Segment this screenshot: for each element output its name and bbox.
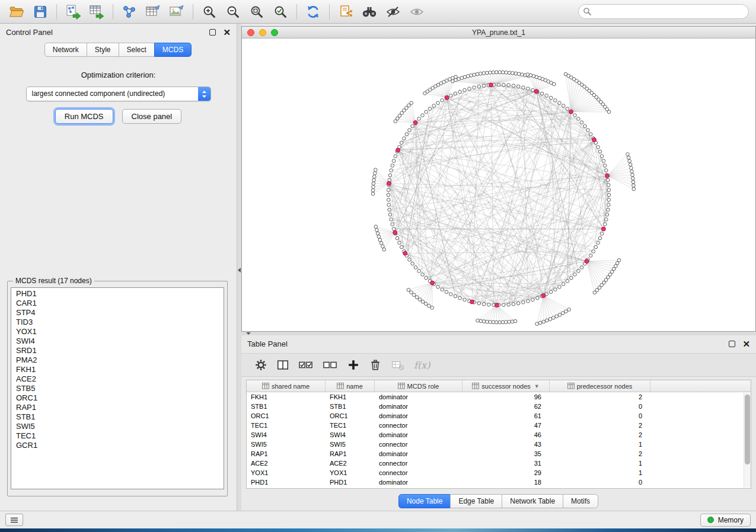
zoom-in-button[interactable] (197, 2, 221, 22)
import-network-button[interactable] (61, 2, 85, 22)
network-search-button[interactable] (358, 2, 381, 22)
mcds-result-item[interactable]: SWI5 (11, 422, 224, 431)
mcds-result-item[interactable]: CAR1 (11, 299, 224, 308)
select-all-icon[interactable] (298, 358, 314, 371)
table-column-icon (567, 383, 575, 389)
table-cell: 2 (550, 421, 650, 430)
float-panel-icon[interactable] (729, 341, 735, 347)
table-row[interactable]: SWI5SWI5connector431 (247, 440, 751, 449)
mcds-result-item[interactable]: SRD1 (11, 346, 224, 355)
search-input[interactable] (578, 4, 749, 19)
refresh-button[interactable] (301, 2, 325, 22)
show-panels-button[interactable] (5, 514, 23, 526)
import-table-button[interactable] (85, 2, 109, 22)
mcds-result-item[interactable]: STP4 (11, 308, 224, 318)
float-panel-icon[interactable] (209, 29, 216, 36)
table-row[interactable]: ACE2ACE2connector311 (247, 459, 751, 468)
table-cell: 0 (550, 477, 650, 487)
zoom-fit-icon (249, 4, 264, 20)
scrollbar-thumb[interactable] (745, 395, 750, 464)
sort-chevron-icon[interactable]: ▼ (534, 383, 540, 389)
table-cell: ACE2 (247, 459, 326, 468)
minimize-window-icon[interactable] (259, 29, 266, 36)
column-header-name[interactable]: name (326, 380, 375, 392)
export-image-button[interactable] (165, 2, 189, 22)
zoom-fit-button[interactable] (245, 2, 269, 22)
close-panel-icon[interactable]: ✕ (223, 29, 231, 36)
tab-motifs[interactable]: Motifs (563, 494, 598, 508)
export-table-button[interactable] (141, 2, 165, 22)
mcds-result-item[interactable]: ACE2 (11, 374, 224, 384)
mcds-result-item[interactable]: STB1 (11, 412, 224, 422)
save-session-button[interactable] (28, 2, 52, 22)
network-canvas[interactable] (242, 39, 755, 331)
mcds-result-item[interactable]: SWI4 (11, 336, 224, 346)
mcds-result-item[interactable]: PHD1 (11, 289, 224, 299)
mcds-result-item[interactable]: FKH1 (11, 365, 224, 374)
table-row[interactable]: TEC1TEC1connector472 (247, 421, 751, 430)
mcds-result-item[interactable]: ORC1 (11, 393, 224, 403)
table-row[interactable]: SWI4SWI4dominator462 (247, 430, 751, 440)
zoom-selected-button[interactable] (269, 2, 292, 22)
column-header-predecessor-nodes[interactable]: predecessor nodes (550, 380, 650, 392)
table-row[interactable]: FKH1FKH1dominator962 (247, 392, 751, 402)
mcds-result-list[interactable]: PHD1CAR1STP4TID3YOX1SWI4SRD1PMA2FKH1ACE2… (11, 287, 224, 489)
table-cell: 2 (550, 392, 650, 402)
mcds-result-item[interactable]: TID3 (11, 318, 224, 327)
column-header-successor-nodes[interactable]: successor nodes ▼ (462, 380, 550, 392)
mcds-result-item[interactable]: GCR1 (11, 441, 224, 450)
mcds-result-item[interactable]: STB5 (11, 384, 224, 393)
tab-edge-table[interactable]: Edge Table (450, 494, 502, 508)
vertical-splitter[interactable] (237, 24, 241, 511)
mcds-result-item[interactable]: PMA2 (11, 355, 224, 365)
table-cell: ORC1 (247, 411, 326, 421)
table-cell: 2 (550, 430, 650, 440)
columns-icon[interactable] (276, 358, 289, 371)
table-row[interactable]: PHD1PHD1dominator180 (247, 477, 751, 487)
open-folder-button[interactable] (5, 2, 28, 22)
new-network-button[interactable] (117, 2, 141, 22)
tab-select[interactable]: Select (119, 43, 155, 57)
add-column-icon[interactable] (347, 358, 360, 371)
column-header-shared-name[interactable]: shared name (247, 380, 326, 392)
network-window-titlebar[interactable]: YPA_prune.txt_1 (242, 27, 755, 39)
tab-style[interactable]: Style (87, 43, 119, 57)
table-column-icon (398, 383, 405, 389)
memory-label: Memory (718, 516, 744, 524)
close-panel-icon[interactable]: ✕ (742, 341, 750, 347)
deselect-all-icon[interactable] (323, 358, 338, 371)
collapse-left-icon[interactable] (238, 268, 241, 273)
delete-icon[interactable] (369, 358, 382, 371)
zoom-out-icon (225, 4, 241, 20)
table-header-row: shared name name MCDS role successor nod… (247, 380, 751, 392)
memory-button[interactable]: Memory (700, 514, 751, 527)
tab-network-table[interactable]: Network Table (502, 494, 563, 508)
hide-graphics-details-button[interactable] (381, 2, 405, 22)
close-window-icon[interactable] (247, 29, 254, 36)
toolbar-separator (296, 4, 297, 20)
close-panel-button[interactable]: Close panel (122, 109, 182, 124)
optimization-criterion-dropdown[interactable]: largest connected component (undirected) (26, 86, 211, 101)
table-cell: dominator (375, 430, 462, 440)
table-row[interactable]: YOX1YOX1connector291 (247, 468, 751, 477)
table-row[interactable]: RAP1RAP1dominator352 (247, 449, 751, 459)
tab-node-table[interactable]: Node Table (398, 494, 451, 508)
eye-icon (409, 5, 425, 19)
gear-icon[interactable] (254, 358, 267, 371)
collapse-down-icon[interactable] (246, 332, 251, 335)
tab-network[interactable]: Network (44, 43, 87, 57)
tab-mcds[interactable]: MCDS (154, 43, 192, 57)
share-document-button[interactable] (334, 2, 358, 22)
table-row[interactable]: STB1STB1dominator620 (247, 402, 751, 411)
show-graphics-details-button[interactable] (405, 2, 429, 22)
status-bar: Memory (0, 511, 756, 528)
table-scrollbar[interactable] (744, 393, 751, 488)
mcds-result-item[interactable]: TEC1 (11, 431, 224, 441)
zoom-window-icon[interactable] (271, 29, 278, 36)
zoom-out-button[interactable] (221, 2, 245, 22)
table-row[interactable]: ORC1ORC1dominator610 (247, 411, 751, 421)
mcds-result-item[interactable]: YOX1 (11, 327, 224, 336)
run-mcds-button[interactable]: Run MCDS (55, 109, 113, 124)
column-header-mcds-role[interactable]: MCDS role (375, 380, 462, 392)
mcds-result-item[interactable]: RAP1 (11, 403, 224, 412)
